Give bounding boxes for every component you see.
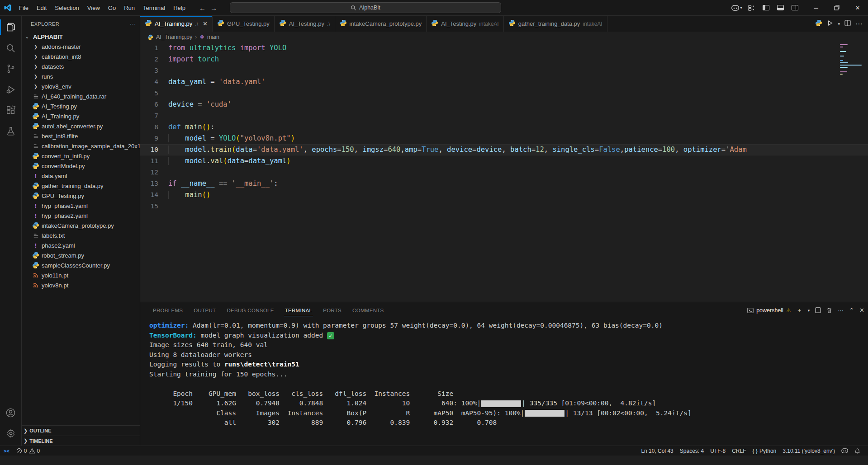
activity-accounts-icon[interactable] bbox=[0, 402, 22, 423]
tree-folder-addons-master[interactable]: ❯addons-master bbox=[22, 42, 140, 52]
tree-file-best_int8.tflite[interactable]: best_int8.tflite bbox=[22, 131, 140, 141]
menu-terminal[interactable]: Terminal bbox=[139, 3, 169, 13]
close-button[interactable]: ✕ bbox=[847, 0, 868, 15]
status-copilot-icon[interactable] bbox=[838, 446, 851, 456]
tree-file-AI_640_training_data.rar[interactable]: AI_640_training_data.rar bbox=[22, 91, 140, 101]
section-outline[interactable]: ❯OUTLINE bbox=[22, 426, 140, 436]
tree-folder-yolov8_env[interactable]: ❯yolov8_env bbox=[22, 81, 140, 91]
kill-terminal-icon[interactable] bbox=[826, 307, 832, 314]
tree-file-sampleClassesCounter.py[interactable]: sampleClassesCounter.py bbox=[22, 260, 140, 270]
tree-file-labels.txt[interactable]: labels.txt bbox=[22, 230, 140, 240]
activity-run-debug-icon[interactable] bbox=[0, 79, 22, 100]
tree-file-GPU_Testing.py[interactable]: GPU_Testing.py bbox=[22, 191, 140, 201]
terminal-dropdown-icon[interactable]: ▾ bbox=[808, 308, 810, 313]
tree-file-calibration_image_sample_data_20x1...[interactable]: calibration_image_sample_data_20x1... bbox=[22, 141, 140, 151]
notifications-bell-icon[interactable] bbox=[851, 446, 863, 456]
status-indentation[interactable]: Spaces: 4 bbox=[677, 446, 707, 456]
breadcrumb[interactable]: AI_Training.py › ❖ main bbox=[140, 32, 868, 42]
explorer-more-actions-icon[interactable]: ··· bbox=[130, 21, 136, 27]
split-editor-icon[interactable] bbox=[844, 20, 851, 28]
problems-status[interactable]: 0 0 bbox=[13, 446, 43, 456]
tree-file-intakeCamera_prototype.py[interactable]: intakeCamera_prototype.py bbox=[22, 221, 140, 230]
menu-help[interactable]: Help bbox=[170, 3, 189, 13]
tree-folder-calibration_int8[interactable]: ❯calibration_int8 bbox=[22, 52, 140, 61]
tree-root-alphabit[interactable]: ⌄ALPHABIT bbox=[22, 32, 140, 42]
tab-GPU_Testing.py[interactable]: GPU_Testing.py bbox=[213, 16, 275, 32]
tree-file-phase2.yaml[interactable]: !phase2.yaml bbox=[22, 240, 140, 250]
tab-AI_Testing.py[interactable]: AI_Testing.py.\ bbox=[275, 16, 335, 32]
panel-more-actions-icon[interactable]: ··· bbox=[838, 307, 844, 314]
close-panel-icon[interactable]: ✕ bbox=[859, 307, 864, 314]
tree-file-AI_Training.py[interactable]: AI_Training.py bbox=[22, 111, 140, 121]
python-file-icon bbox=[32, 162, 39, 169]
command-center-search[interactable]: AlphaBit bbox=[230, 2, 501, 13]
terminal-instance[interactable]: powershell ⚠ bbox=[747, 307, 791, 314]
terminal-output[interactable]: optimizer: Adam(lr=0.01, momentum=0.9) w… bbox=[140, 318, 868, 446]
toggle-panel-icon[interactable] bbox=[774, 2, 787, 13]
status-eol-sequence[interactable]: CRLF bbox=[729, 446, 749, 456]
tree-folder-datasets[interactable]: ❯datasets bbox=[22, 61, 140, 71]
panel-tab-ports[interactable]: PORTS bbox=[318, 302, 346, 318]
split-terminal-icon[interactable] bbox=[815, 307, 821, 313]
run-python-file-icon[interactable] bbox=[827, 20, 833, 28]
tab-AI_Training.py[interactable]: AI_Training.py.\✕ bbox=[140, 16, 213, 32]
minimap[interactable] bbox=[840, 44, 862, 78]
section-timeline[interactable]: ❯TIMELINE bbox=[22, 436, 140, 446]
close-tab-icon[interactable]: ✕ bbox=[203, 20, 208, 27]
menu-selection[interactable]: Selection bbox=[51, 3, 82, 13]
back-arrow-icon[interactable]: ← bbox=[199, 4, 206, 12]
menu-view[interactable]: View bbox=[84, 3, 104, 13]
tree-file-hyp_phase1.yaml[interactable]: !hyp_phase1.yaml bbox=[22, 201, 140, 211]
tab-intakeCamera_prototype.py[interactable]: intakeCamera_prototype.py bbox=[335, 16, 427, 32]
tree-file-AI_Testing.py[interactable]: AI_Testing.py bbox=[22, 101, 140, 111]
copilot-icon[interactable]: ▾ bbox=[730, 2, 743, 13]
restore-button[interactable] bbox=[826, 0, 847, 15]
tree-file-gather_training_data.py[interactable]: gather_training_data.py bbox=[22, 181, 140, 191]
tree-file-data.yaml[interactable]: !data.yaml bbox=[22, 171, 140, 181]
toggle-primary-sidebar-icon[interactable] bbox=[759, 2, 772, 13]
tree-file-convertModel.py[interactable]: convertModel.py bbox=[22, 161, 140, 171]
new-terminal-icon[interactable]: ＋ bbox=[797, 306, 802, 315]
panel-tab-problems[interactable]: PROBLEMS bbox=[148, 302, 187, 318]
status-cursor-position[interactable]: Ln 10, Col 43 bbox=[638, 446, 676, 456]
activity-search-icon[interactable] bbox=[0, 38, 22, 58]
tree-file-yolov8n.pt[interactable]: yolov8n.pt bbox=[22, 280, 140, 290]
tree-file-hyp_phase2.yaml[interactable]: !hyp_phase2.yaml bbox=[22, 211, 140, 221]
code-editor[interactable]: 1from ultralytics import YOLO2import tor… bbox=[140, 42, 868, 302]
panel-tab-debug-console[interactable]: DEBUG CONSOLE bbox=[222, 302, 278, 318]
activity-testing-icon[interactable] bbox=[0, 121, 22, 141]
tree-file-convert_to_int8.py[interactable]: convert_to_int8.py bbox=[22, 151, 140, 161]
breadcrumb-symbol[interactable]: main bbox=[207, 34, 219, 40]
remote-indicator[interactable]: >< bbox=[0, 446, 13, 456]
menu-edit[interactable]: Edit bbox=[33, 3, 50, 13]
menu-run[interactable]: Run bbox=[120, 3, 138, 13]
forward-arrow-icon[interactable]: → bbox=[210, 4, 217, 12]
activity-explorer-icon[interactable] bbox=[0, 17, 22, 38]
maximize-panel-icon[interactable]: ⌃ bbox=[849, 307, 854, 314]
panel-tab-comments[interactable]: COMMENTS bbox=[348, 302, 388, 318]
tree-file-autoLabel_converter.py[interactable]: autoLabel_converter.py bbox=[22, 121, 140, 131]
status-python-interpreter-version[interactable]: 3.10.11 ('yolov8_env') bbox=[779, 446, 838, 456]
python-interpreter-icon[interactable] bbox=[815, 19, 822, 28]
activity-source-control-icon[interactable] bbox=[0, 58, 22, 79]
menu-go[interactable]: Go bbox=[104, 3, 119, 13]
run-dropdown-icon[interactable]: ▾ bbox=[838, 22, 840, 26]
toggle-secondary-sidebar-icon[interactable] bbox=[788, 2, 801, 13]
minimize-button[interactable]: ─ bbox=[806, 0, 826, 15]
status-encoding[interactable]: UTF-8 bbox=[707, 446, 729, 456]
tab-gather_training_data.py[interactable]: gather_training_data.pyintakeAI bbox=[504, 16, 607, 32]
panel-tab-output[interactable]: OUTPUT bbox=[189, 302, 220, 318]
panel-tab-terminal[interactable]: TERMINAL bbox=[280, 302, 317, 318]
customize-layout-icon[interactable] bbox=[745, 2, 758, 13]
tree-file-yolo11n.pt[interactable]: yolo11n.pt bbox=[22, 270, 140, 280]
breadcrumb-file[interactable]: AI_Training.py bbox=[156, 34, 192, 40]
search-icon bbox=[351, 5, 356, 11]
tree-folder-runs[interactable]: ❯runs bbox=[22, 71, 140, 81]
menu-file[interactable]: File bbox=[15, 3, 32, 13]
tree-file-robot_stream.py[interactable]: robot_stream.py bbox=[22, 250, 140, 260]
tab-AI_Testing.py[interactable]: AI_Testing.pyintakeAI bbox=[427, 16, 503, 32]
activity-settings-icon[interactable] bbox=[0, 423, 22, 444]
editor-more-actions-icon[interactable]: ··· bbox=[855, 20, 863, 28]
activity-extensions-icon[interactable] bbox=[0, 100, 22, 121]
status-language-mode[interactable]: { }Python bbox=[749, 446, 780, 456]
